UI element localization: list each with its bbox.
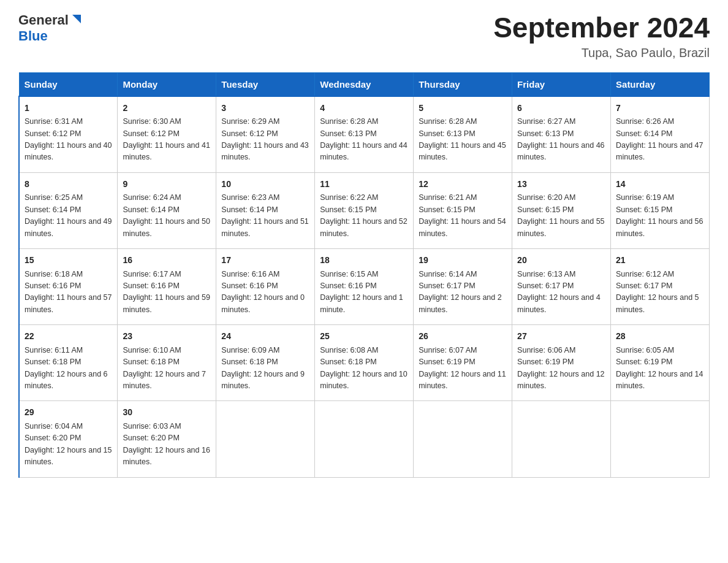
calendar-cell: 21Sunrise: 6:12 AMSunset: 6:17 PMDayligh… [611, 248, 710, 324]
sunset: Sunset: 6:18 PM [123, 358, 179, 366]
daylight: Daylight: 11 hours and 40 minutes. [25, 141, 112, 161]
daylight: Daylight: 12 hours and 4 minutes. [517, 293, 601, 313]
calendar-cell: 26Sunrise: 6:07 AMSunset: 6:19 PMDayligh… [414, 325, 512, 401]
daylight: Daylight: 11 hours and 44 minutes. [320, 141, 407, 161]
sunset: Sunset: 6:18 PM [221, 358, 278, 366]
calendar-week-row: 8Sunrise: 6:25 AMSunset: 6:14 PMDaylight… [19, 172, 710, 248]
sunset: Sunset: 6:18 PM [320, 358, 376, 366]
daylight: Daylight: 11 hours and 47 minutes. [616, 141, 703, 161]
calendar-week-row: 1Sunrise: 6:31 AMSunset: 6:12 PMDaylight… [19, 96, 710, 173]
sunrise: Sunrise: 6:16 AM [221, 270, 279, 278]
calendar-cell [512, 401, 611, 477]
logo-general: General [18, 12, 69, 28]
sunrise: Sunrise: 6:20 AM [517, 193, 575, 202]
col-header-wednesday: Wednesday [315, 72, 414, 96]
sunrise: Sunrise: 6:17 AM [123, 270, 181, 278]
daylight: Daylight: 12 hours and 6 minutes. [25, 370, 108, 390]
sunset: Sunset: 6:16 PM [320, 282, 376, 290]
calendar-header-row: SundayMondayTuesdayWednesdayThursdayFrid… [19, 72, 710, 96]
daylight: Daylight: 12 hours and 15 minutes. [25, 446, 112, 466]
calendar-week-row: 29Sunrise: 6:04 AMSunset: 6:20 PMDayligh… [19, 401, 710, 477]
sunset: Sunset: 6:15 PM [616, 205, 672, 214]
day-number: 15 [25, 254, 112, 267]
day-number: 3 [221, 102, 309, 115]
calendar-cell: 15Sunrise: 6:18 AMSunset: 6:16 PMDayligh… [19, 248, 118, 324]
sunset: Sunset: 6:20 PM [25, 434, 81, 442]
sunrise: Sunrise: 6:10 AM [123, 346, 181, 354]
sunset: Sunset: 6:16 PM [221, 282, 278, 290]
sunrise: Sunrise: 6:03 AM [123, 422, 181, 431]
sunset: Sunset: 6:17 PM [517, 282, 574, 290]
calendar-cell [216, 401, 315, 477]
sunrise: Sunrise: 6:09 AM [221, 346, 279, 354]
calendar-cell: 12Sunrise: 6:21 AMSunset: 6:15 PMDayligh… [414, 172, 512, 248]
day-number: 17 [221, 254, 309, 267]
daylight: Daylight: 12 hours and 2 minutes. [419, 293, 502, 313]
calendar-cell: 20Sunrise: 6:13 AMSunset: 6:17 PMDayligh… [512, 248, 611, 324]
calendar-cell [414, 401, 512, 477]
sunset: Sunset: 6:14 PM [221, 205, 278, 214]
col-header-thursday: Thursday [414, 72, 512, 96]
calendar-cell: 8Sunrise: 6:25 AMSunset: 6:14 PMDaylight… [19, 172, 118, 248]
sunrise: Sunrise: 6:25 AM [25, 193, 83, 202]
day-number: 8 [25, 178, 112, 191]
sunset: Sunset: 6:15 PM [320, 205, 376, 214]
daylight: Daylight: 12 hours and 14 minutes. [616, 370, 703, 390]
daylight: Daylight: 11 hours and 52 minutes. [320, 217, 407, 237]
sunrise: Sunrise: 6:08 AM [320, 346, 378, 354]
daylight: Daylight: 11 hours and 43 minutes. [221, 141, 308, 161]
logo-arrow-icon [70, 12, 83, 26]
sunrise: Sunrise: 6:19 AM [616, 193, 674, 202]
daylight: Daylight: 11 hours and 49 minutes. [25, 217, 112, 237]
sunset: Sunset: 6:19 PM [419, 358, 475, 366]
day-number: 18 [320, 254, 408, 267]
daylight: Daylight: 12 hours and 0 minutes. [221, 293, 305, 313]
day-number: 11 [320, 178, 408, 191]
calendar-week-row: 22Sunrise: 6:11 AMSunset: 6:18 PMDayligh… [19, 325, 710, 401]
sunset: Sunset: 6:16 PM [25, 282, 81, 290]
calendar-cell: 6Sunrise: 6:27 AMSunset: 6:13 PMDaylight… [512, 96, 611, 173]
day-number: 27 [517, 330, 605, 343]
day-number: 23 [123, 330, 211, 343]
sunrise: Sunrise: 6:04 AM [25, 422, 83, 431]
sunrise: Sunrise: 6:15 AM [320, 270, 378, 278]
sunrise: Sunrise: 6:18 AM [25, 270, 83, 278]
month-year-title: September 2024 [493, 12, 710, 44]
calendar-cell: 16Sunrise: 6:17 AMSunset: 6:16 PMDayligh… [118, 248, 216, 324]
col-header-friday: Friday [512, 72, 611, 96]
daylight: Daylight: 11 hours and 50 minutes. [123, 217, 210, 237]
sunrise: Sunrise: 6:14 AM [419, 270, 477, 278]
day-number: 9 [123, 178, 211, 191]
calendar-cell: 13Sunrise: 6:20 AMSunset: 6:15 PMDayligh… [512, 172, 611, 248]
daylight: Daylight: 12 hours and 12 minutes. [517, 370, 604, 390]
location-subtitle: Tupa, Sao Paulo, Brazil [493, 46, 710, 60]
day-number: 16 [123, 254, 211, 267]
calendar-table: SundayMondayTuesdayWednesdayThursdayFrid… [18, 72, 710, 478]
daylight: Daylight: 12 hours and 16 minutes. [123, 446, 210, 466]
day-number: 10 [221, 178, 309, 191]
sunset: Sunset: 6:17 PM [616, 282, 672, 290]
sunset: Sunset: 6:19 PM [517, 358, 574, 366]
day-number: 30 [123, 406, 211, 419]
day-number: 7 [616, 102, 704, 115]
day-number: 21 [616, 254, 704, 267]
sunrise: Sunrise: 6:12 AM [616, 270, 674, 278]
calendar-cell: 3Sunrise: 6:29 AMSunset: 6:12 PMDaylight… [216, 96, 315, 173]
daylight: Daylight: 11 hours and 46 minutes. [517, 141, 604, 161]
calendar-cell: 27Sunrise: 6:06 AMSunset: 6:19 PMDayligh… [512, 325, 611, 401]
sunrise: Sunrise: 6:05 AM [616, 346, 674, 354]
calendar-cell: 2Sunrise: 6:30 AMSunset: 6:12 PMDaylight… [118, 96, 216, 173]
sunrise: Sunrise: 6:23 AM [221, 193, 279, 202]
sunrise: Sunrise: 6:31 AM [25, 117, 83, 126]
daylight: Daylight: 12 hours and 1 minute. [320, 293, 403, 313]
sunset: Sunset: 6:15 PM [419, 205, 475, 214]
daylight: Daylight: 12 hours and 7 minutes. [123, 370, 206, 390]
calendar-cell: 19Sunrise: 6:14 AMSunset: 6:17 PMDayligh… [414, 248, 512, 324]
daylight: Daylight: 11 hours and 54 minutes. [419, 217, 506, 237]
title-block: September 2024 Tupa, Sao Paulo, Brazil [493, 12, 710, 60]
svg-marker-0 [72, 15, 81, 23]
calendar-cell: 18Sunrise: 6:15 AMSunset: 6:16 PMDayligh… [315, 248, 414, 324]
daylight: Daylight: 12 hours and 11 minutes. [419, 370, 506, 390]
day-number: 2 [123, 102, 211, 115]
calendar-cell: 1Sunrise: 6:31 AMSunset: 6:12 PMDaylight… [19, 96, 118, 173]
